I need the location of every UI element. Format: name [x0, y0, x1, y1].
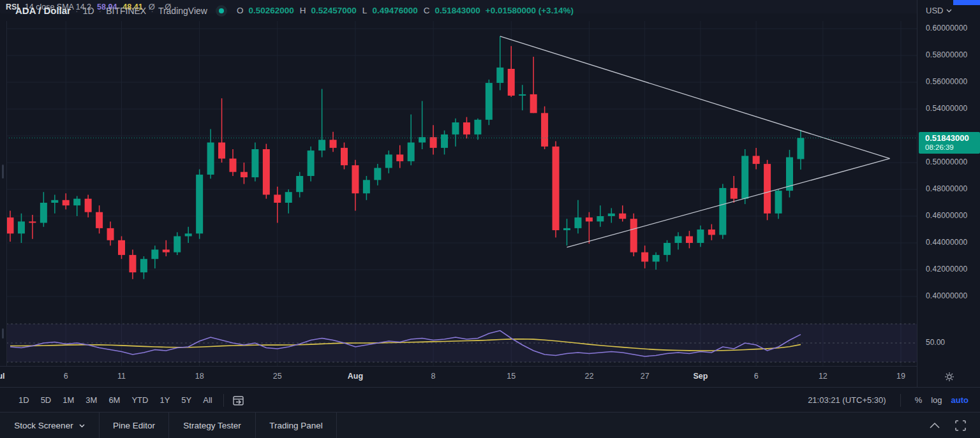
footer-right-icons	[930, 412, 966, 438]
symbol-header: ADA / Dollar · 1D · BITFINEX · TradingVi…	[6, 0, 917, 21]
bar-countdown: 08:26:39	[925, 143, 980, 152]
calendar-arrow-icon	[232, 394, 245, 407]
separator: ·	[75, 6, 78, 16]
low-label: L	[362, 6, 368, 15]
time-axis-settings[interactable]	[917, 366, 980, 387]
footer-tab-strategy-tester[interactable]: Strategy Tester	[169, 412, 256, 438]
price-axis-tick: 0.50000000	[926, 157, 967, 166]
rsi-pane	[6, 324, 923, 362]
time-axis-tick: 22	[584, 372, 593, 381]
last-price-value: 0.51843000	[925, 133, 980, 143]
divider	[223, 394, 224, 407]
toolbar-right-cluster: 21:03:21 (UTC+5:30) % log auto	[808, 394, 969, 407]
symbol-name[interactable]: ADA / Dollar	[15, 5, 71, 16]
close-label: C	[424, 6, 430, 15]
close-value: 0.51843000	[434, 6, 480, 15]
time-axis-tick: 8	[431, 372, 436, 381]
percent-scale-toggle[interactable]: %	[915, 395, 923, 405]
chevron-down-icon	[946, 9, 952, 13]
open-value: 0.50262000	[248, 6, 293, 15]
open-label: O	[237, 6, 244, 15]
exchange-label[interactable]: BITFINEX	[106, 6, 146, 16]
go-to-date-button[interactable]	[232, 394, 245, 407]
time-axis[interactable]: ul6111825Aug8152227Sep61219	[0, 366, 917, 388]
market-status-icon[interactable]	[216, 5, 227, 17]
range-button-ytd[interactable]: YTD	[126, 392, 154, 408]
price-axis-tick: 0.44000000	[926, 238, 967, 247]
range-button-6m[interactable]: 6M	[103, 392, 126, 408]
range-button-1m[interactable]: 1M	[57, 392, 80, 408]
price-axis-tick: 0.48000000	[926, 184, 967, 193]
date-range-buttons: 1D5D1M3M6MYTD1Y5YAll	[13, 392, 218, 408]
price-axis-tick: 0.42000000	[926, 265, 967, 274]
top-right-blue-strip	[953, 0, 980, 5]
collapse-panel-button[interactable]	[930, 423, 940, 428]
last-price-label: 0.51843000 08:26:39	[919, 132, 980, 154]
high-label: H	[300, 6, 306, 15]
divider	[900, 394, 901, 407]
footer-tab-pine-editor[interactable]: Pine Editor	[100, 412, 169, 438]
range-button-1d[interactable]: 1D	[13, 392, 35, 408]
fullscreen-button[interactable]	[955, 420, 966, 431]
range-button-1y[interactable]: 1Y	[154, 392, 175, 408]
time-axis-tick: Aug	[348, 372, 363, 381]
gear-icon	[944, 372, 954, 382]
separator: ·	[99, 6, 102, 16]
footer-tab-label: Trading Panel	[269, 421, 323, 430]
footer-tab-label: Stock Screener	[14, 421, 73, 430]
clock[interactable]: 21:03:21 (UTC+5:30)	[808, 395, 886, 405]
auto-scale-toggle[interactable]: auto	[951, 395, 969, 405]
time-axis-tick: 19	[896, 372, 905, 381]
interval-label[interactable]: 1D	[83, 6, 94, 16]
time-axis-tick: 12	[819, 372, 828, 381]
rsi-axis-level: 50.00	[926, 338, 945, 347]
drawing-toolbar-collapsed[interactable]	[0, 21, 7, 387]
price-axis-tick: 0.40000000	[926, 291, 967, 300]
provider-label[interactable]: TradingView	[158, 6, 207, 16]
time-axis-tick: 27	[641, 372, 650, 381]
price-axis-tick: 0.60000000	[926, 24, 967, 33]
footer-tab-trading-panel[interactable]: Trading Panel	[256, 412, 337, 438]
footer-tab-label: Strategy Tester	[183, 421, 241, 430]
price-axis[interactable]: USD 0.600000000.580000000.560000000.5400…	[917, 0, 980, 366]
low-value: 0.49476000	[372, 6, 417, 15]
time-axis-tick: 6	[64, 372, 68, 381]
time-axis-tick: Sep	[693, 372, 708, 381]
log-scale-toggle[interactable]: log	[931, 395, 942, 405]
price-axis-tick: 0.46000000	[926, 211, 967, 220]
currency-selector[interactable]: USD	[926, 6, 952, 15]
currency-label: USD	[926, 6, 943, 15]
pane-grip[interactable]	[2, 164, 4, 179]
footer-tab-label: Pine Editor	[113, 421, 155, 430]
price-axis-tick: 0.54000000	[926, 104, 967, 113]
chevron-up-icon	[930, 423, 940, 428]
price-axis-tick: 0.56000000	[926, 77, 967, 86]
time-axis-tick: 18	[195, 372, 204, 381]
range-button-5d[interactable]: 5D	[35, 392, 57, 408]
time-axis-tick: 6	[754, 372, 759, 381]
pane-grip[interactable]	[2, 328, 4, 339]
time-axis-tick: ul	[0, 372, 5, 381]
change-value: +0.01580000 (+3.14%)	[486, 6, 574, 15]
price-axis-tick: 0.58000000	[926, 50, 967, 59]
status-dot-icon	[219, 8, 224, 13]
range-button-5y[interactable]: 5Y	[175, 392, 197, 408]
time-axis-tick: 15	[507, 372, 516, 381]
footer-tab-stock-screener[interactable]: Stock Screener	[0, 412, 100, 438]
separator: ·	[151, 6, 154, 16]
bottom-toolbar: 1D5D1M3M6MYTD1Y5YAll 21:03:21 (UTC+5:30)…	[0, 387, 980, 413]
tradingview-app: ADA / Dollar · 1D · BITFINEX · TradingVi…	[0, 0, 980, 438]
high-value: 0.52457000	[311, 6, 357, 15]
footer-tabs: Stock ScreenerPine EditorStrategy Tester…	[0, 412, 337, 438]
time-axis-tick: 25	[273, 372, 282, 381]
range-button-all[interactable]: All	[197, 392, 218, 408]
chevron-down-icon	[79, 424, 85, 428]
time-axis-tick: 11	[117, 372, 126, 381]
fullscreen-icon	[955, 420, 966, 431]
footer-panel-bar: Stock ScreenerPine EditorStrategy Tester…	[0, 412, 980, 438]
range-button-3m[interactable]: 3M	[80, 392, 103, 408]
